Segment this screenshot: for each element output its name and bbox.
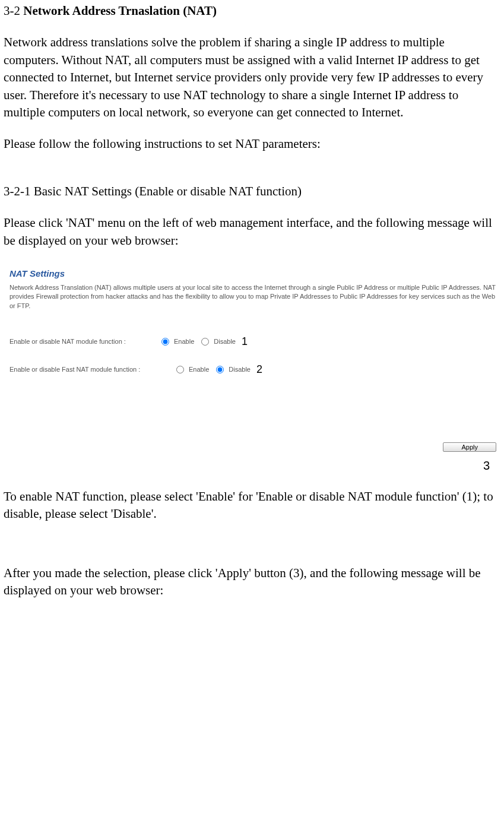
apply-button-row: Apply [9,442,496,452]
fast-nat-enable-label: Enable [189,365,209,374]
screenshot-title: NAT Settings [9,267,496,280]
nat-disable-radio[interactable] [201,338,209,346]
nat-module-row: Enable or disable NAT module function : … [9,334,496,349]
paragraph-intro: Network address translations solve the p… [4,34,500,121]
nat-module-radio-group: Enable Disable [158,337,236,346]
nat-disable-label: Disable [214,337,236,346]
fast-nat-module-radio-group: Enable Disable [173,365,251,374]
fast-nat-module-row: Enable or disable Fast NAT module functi… [9,362,496,377]
nat-enable-label: Enable [174,337,194,346]
paragraph-instructions: Please follow the following instructions… [4,135,500,153]
paragraph-apply: After you made the selection, please cli… [4,565,500,600]
nat-settings-screenshot: NAT Settings Network Address Translation… [4,264,502,456]
nat-enable-radio[interactable] [161,338,169,346]
fast-nat-enable-radio[interactable] [176,366,184,373]
annotation-3: 3 [4,457,500,474]
paragraph-enable-nat: To enable NAT function, please select 'E… [4,488,500,523]
apply-button[interactable]: Apply [443,442,496,452]
section-number: 3-2 [4,4,23,18]
fast-nat-module-label: Enable or disable Fast NAT module functi… [9,365,173,374]
paragraph-nat-menu: Please click 'NAT' menu on the left of w… [4,214,500,249]
section-title: Network Address Trnaslation (NAT) [23,4,217,18]
fast-nat-disable-label: Disable [229,365,251,374]
screenshot-description: Network Address Translation (NAT) allows… [9,283,496,311]
nat-module-label: Enable or disable NAT module function : [9,337,158,346]
fast-nat-disable-radio[interactable] [216,366,224,373]
section-heading: 3-2 Network Address Trnaslation (NAT) [4,2,500,20]
subsection-heading: 3-2-1 Basic NAT Settings (Enable or disa… [4,183,500,200]
annotation-2: 2 [256,362,262,377]
annotation-1: 1 [242,334,248,349]
